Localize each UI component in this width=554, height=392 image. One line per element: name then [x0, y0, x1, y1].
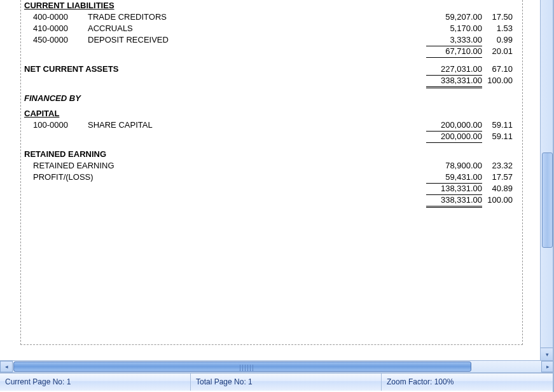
horizontal-scrollbar[interactable]: ◂ ▸	[0, 360, 554, 373]
percent: 59.11	[482, 131, 514, 142]
amount: 338,331.00	[426, 194, 482, 208]
vertical-scroll-thumb[interactable]	[542, 152, 553, 248]
section-retained-earning-title: RETAINED EARNING	[24, 149, 106, 160]
grand-total-row: 338,331.00 100.00	[24, 194, 514, 206]
amount: 5,170.00	[426, 23, 482, 34]
report-content: CURRENT LIABILITIES 400-0000 TRADE CREDI…	[24, 0, 514, 206]
report-viewer: CURRENT LIABILITIES 400-0000 TRADE CREDI…	[0, 0, 554, 392]
percent: 59.11	[482, 119, 514, 131]
percent: 67.10	[482, 64, 514, 75]
percent: 17.57	[482, 172, 514, 183]
line-item: 400-0000 TRADE CREDITORS 59,207.00 17.50	[24, 11, 514, 23]
account-code: 400-0000	[24, 11, 88, 23]
status-total-page: Total Page No: 1	[191, 374, 382, 391]
amount: 200,000.00	[426, 119, 482, 132]
net-current-assets-row: NET CURRENT ASSETS 227,031.00 67.10	[24, 64, 514, 75]
line-item: 410-0000 ACCRUALS 5,170.00 1.53	[24, 23, 514, 34]
section-capital-title: CAPITAL	[24, 108, 59, 119]
percent: 17.50	[482, 11, 514, 23]
status-current-page: Current Page No: 1	[0, 374, 191, 391]
percent: 20.01	[482, 46, 514, 57]
subtotal-row: 67,710.00 20.01	[24, 46, 514, 57]
subtotal-row: 200,000.00 59.11	[24, 131, 514, 142]
amount: 59,207.00	[426, 11, 482, 23]
line-item: 100-0000 SHARE CAPITAL 200,000.00 59.11	[24, 119, 514, 131]
amount: 200,000.00	[426, 131, 482, 143]
amount: 59,431.00	[426, 172, 482, 184]
amount: 138,331.00	[426, 183, 482, 195]
section-net-current-assets-title: NET CURRENT ASSETS	[24, 64, 215, 75]
account-desc: RETAINED EARNING	[33, 160, 426, 172]
section-financed-by-title: FINANCED BY	[24, 93, 81, 104]
status-zoom-factor: Zoom Factor: 100%	[382, 374, 554, 391]
section-current-liabilities-title: CURRENT LIABILITIES	[24, 0, 114, 11]
amount: 227,031.00	[426, 64, 482, 76]
scroll-right-arrow-icon[interactable]: ▸	[541, 361, 554, 372]
horizontal-scroll-thumb[interactable]	[13, 362, 471, 372]
subtotal-row: 138,331.00 40.89	[24, 183, 514, 194]
line-item: RETAINED EARNING 78,900.00 23.32	[24, 160, 514, 172]
percent: 40.89	[482, 183, 514, 194]
percent: 100.00	[482, 75, 514, 86]
amount: 67,710.00	[426, 46, 482, 58]
account-code: 450-0000	[24, 34, 88, 46]
account-code: 100-0000	[24, 119, 88, 131]
percent: 1.53	[482, 23, 514, 34]
amount: 338,331.00	[426, 75, 482, 88]
account-desc: PROFIT/(LOSS)	[33, 172, 426, 183]
amount: 3,333.00	[426, 34, 482, 46]
scroll-grip-icon	[240, 365, 255, 371]
account-desc: ACCRUALS	[88, 23, 426, 34]
document-area: CURRENT LIABILITIES 400-0000 TRADE CREDI…	[0, 0, 539, 360]
account-desc: TRADE CREDITORS	[88, 11, 426, 23]
percent: 0.99	[482, 34, 514, 46]
amount: 78,900.00	[426, 160, 482, 172]
account-desc: DEPOSIT RECEIVED	[88, 34, 426, 46]
line-item: PROFIT/(LOSS) 59,431.00 17.57	[24, 172, 514, 183]
horizontal-scroll-track[interactable]	[13, 361, 541, 372]
vertical-scrollbar[interactable]: ▾	[540, 0, 554, 360]
account-desc: SHARE CAPITAL	[88, 119, 426, 131]
account-code: 410-0000	[24, 23, 88, 34]
scroll-left-arrow-icon[interactable]: ◂	[0, 361, 13, 372]
line-item: 450-0000 DEPOSIT RECEIVED 3,333.00 0.99	[24, 34, 514, 46]
percent: 100.00	[482, 194, 514, 206]
scroll-down-arrow-icon[interactable]: ▾	[541, 348, 554, 360]
grand-total-row: 338,331.00 100.00	[24, 75, 514, 86]
percent: 23.32	[482, 160, 514, 172]
status-bar: Current Page No: 1 Total Page No: 1 Zoom…	[0, 373, 554, 391]
